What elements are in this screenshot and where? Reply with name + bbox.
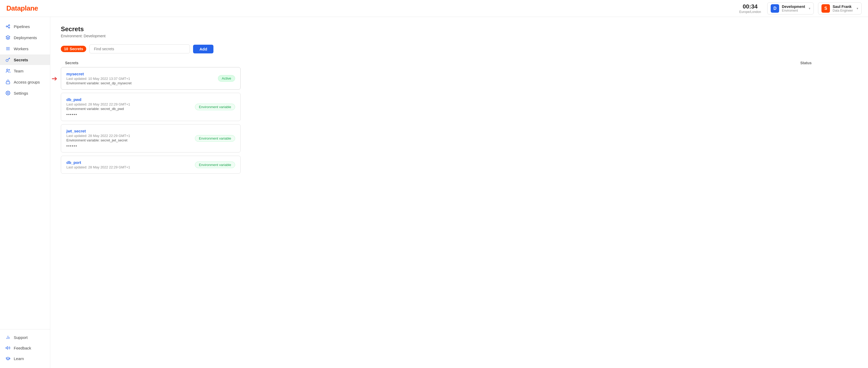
support-icon (5, 335, 10, 340)
key-icon (5, 57, 10, 62)
secret-name-db-port[interactable]: db_port (66, 160, 182, 165)
svg-line-3 (7, 25, 9, 27)
add-button[interactable]: Add (193, 45, 213, 54)
status-badge-env-db-pwd: Environment variable (195, 104, 235, 110)
user-sub: Data Engineer (833, 9, 853, 12)
sidebar: Pipelines Deployments Workers Secrets Te… (0, 17, 50, 368)
environment-selector[interactable]: D Development Enviroment ▾ (767, 2, 814, 14)
secret-card-db-pwd: db_pwd Last updated: 28 May 2022 22:29 G… (61, 93, 241, 121)
status-badge-env-jwt: Environment variable (195, 135, 235, 142)
sidebar-label-team: Team (14, 69, 24, 73)
secret-info-mysecret: mysecret Last updated: 10 May 2022 13:37… (66, 72, 182, 85)
sidebar-item-feedback[interactable]: Feedback (0, 343, 50, 353)
secret-envvar-mysecret: Environment variable: secret_dp_mysecret (66, 81, 182, 85)
svg-point-0 (6, 26, 7, 27)
sidebar-label-feedback: Feedback (14, 346, 31, 350)
sidebar-label-learn: Learn (14, 356, 24, 361)
secret-info-db-port: db_port Last updated: 28 May 2022 22:29 … (66, 160, 182, 169)
clock-time: 00:34 (739, 3, 761, 10)
clock: 00:34 Europe/London (739, 3, 761, 14)
col-secrets-header: Secrets (65, 61, 800, 65)
page-title: Secrets (61, 25, 858, 33)
secrets-list: ➔ mysecret Last updated: 10 May 2022 13:… (61, 67, 241, 174)
secret-card-mysecret: ➔ mysecret Last updated: 10 May 2022 13:… (61, 67, 241, 90)
svg-point-10 (9, 70, 10, 70)
sidebar-item-workers[interactable]: Workers (0, 43, 50, 54)
env-avatar: D (771, 4, 779, 13)
main-content: Secrets Environment: Development 10 Secr… (50, 17, 868, 368)
status-badge-active: Active (218, 75, 235, 82)
feedback-icon (5, 345, 10, 350)
sidebar-label-access-groups: Access groups (14, 80, 40, 84)
sidebar-item-team[interactable]: Team (0, 66, 50, 76)
env-chevron-icon: ▾ (809, 7, 810, 10)
secret-status-jwt-secret: Environment variable (182, 135, 235, 142)
svg-marker-13 (6, 346, 8, 349)
count-number: 10 (64, 47, 68, 51)
team-icon (5, 68, 10, 73)
settings-icon (5, 91, 10, 96)
secret-envvar-db-pwd: Environment variable: secret_db_pwd (66, 107, 182, 111)
secret-name-db-pwd[interactable]: db_pwd (66, 97, 182, 102)
svg-rect-11 (6, 82, 10, 84)
search-input[interactable] (89, 44, 190, 54)
learn-icon (5, 356, 10, 361)
secret-info-jwt-secret: jwt_secret Last updated: 28 May 2022 22:… (66, 129, 182, 148)
svg-point-1 (8, 25, 10, 26)
secret-info-db-pwd: db_pwd Last updated: 28 May 2022 22:29 G… (66, 97, 182, 116)
deployment-icon (5, 35, 10, 40)
secret-card-jwt-secret: jwt_secret Last updated: 28 May 2022 22:… (61, 124, 241, 153)
sidebar-item-support[interactable]: Support (0, 332, 50, 343)
sidebar-item-learn[interactable]: Learn (0, 353, 50, 364)
clock-timezone: Europe/London (739, 10, 761, 14)
svg-point-12 (7, 93, 9, 94)
sidebar-item-secrets[interactable]: Secrets (0, 55, 50, 65)
workers-icon (5, 46, 10, 51)
sidebar-item-pipelines[interactable]: Pipelines (0, 21, 50, 32)
svg-point-8 (6, 60, 8, 62)
table-header: Secrets Status (61, 61, 858, 67)
status-badge-env-db-port: Environment variable (195, 162, 235, 168)
secret-status-db-port: Environment variable (182, 162, 235, 168)
header-right: 00:34 Europe/London D Development Enviro… (739, 2, 862, 14)
sidebar-bottom: Support Feedback Learn (0, 327, 50, 364)
secret-meta-mysecret: Last updated: 10 May 2022 13:37 GMT+1 (66, 77, 182, 80)
col-status-header: Status (800, 61, 853, 65)
secret-meta-db-pwd: Last updated: 28 May 2022 22:29 GMT+1 (66, 102, 182, 106)
secret-value-jwt-secret: •••••• (66, 144, 182, 148)
user-name: Saul Frank (833, 4, 853, 9)
secret-status-mysecret: Active (182, 75, 235, 82)
svg-point-2 (8, 27, 10, 28)
layout: Pipelines Deployments Workers Secrets Te… (0, 17, 868, 368)
logo: Dataplane (6, 4, 38, 12)
sidebar-label-pipelines: Pipelines (14, 24, 30, 29)
sidebar-label-deployments: Deployments (14, 35, 37, 40)
header: Dataplane 00:34 Europe/London D Developm… (0, 0, 868, 17)
sidebar-item-settings[interactable]: Settings (0, 88, 50, 98)
secret-meta-db-port: Last updated: 28 May 2022 22:29 GMT+1 (66, 165, 182, 169)
count-label: Secrets (70, 47, 83, 51)
env-name: Development (782, 4, 805, 9)
filter-bar: 10 Secrets Add (61, 44, 858, 54)
page-subtitle: Environment: Development (61, 34, 858, 38)
sidebar-item-deployments[interactable]: Deployments (0, 32, 50, 43)
user-chevron-icon: ▾ (857, 7, 858, 10)
sidebar-item-access-groups[interactable]: Access groups (0, 77, 50, 87)
secret-meta-jwt-secret: Last updated: 28 May 2022 22:29 GMT+1 (66, 134, 182, 138)
sidebar-label-secrets: Secrets (14, 58, 28, 62)
secrets-count-badge: 10 Secrets (61, 46, 86, 52)
secret-name-jwt-secret[interactable]: jwt_secret (66, 129, 182, 133)
sidebar-label-workers: Workers (14, 46, 29, 51)
pipeline-icon (5, 24, 10, 29)
svg-point-9 (7, 69, 8, 71)
secret-status-db-pwd: Environment variable (182, 104, 235, 110)
lock-icon (5, 79, 10, 85)
secret-name-mysecret[interactable]: mysecret (66, 72, 182, 76)
env-info: Development Enviroment (782, 4, 805, 12)
secret-envvar-jwt-secret: Environment variable: secret_jwt_secret (66, 138, 182, 142)
sidebar-label-support: Support (14, 335, 28, 340)
svg-line-4 (7, 27, 9, 28)
sidebar-label-settings: Settings (14, 91, 28, 95)
user-selector[interactable]: S Saul Frank Data Engineer ▾ (818, 2, 862, 14)
secret-card-db-port: db_port Last updated: 28 May 2022 22:29 … (61, 156, 241, 174)
